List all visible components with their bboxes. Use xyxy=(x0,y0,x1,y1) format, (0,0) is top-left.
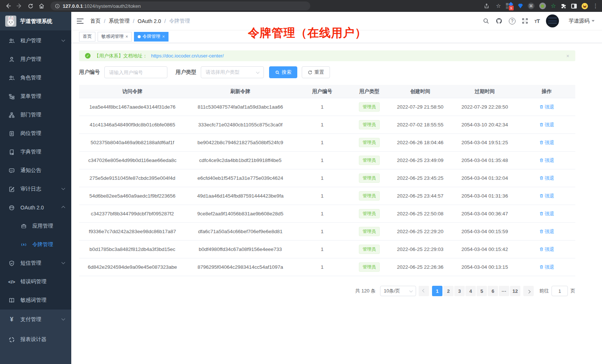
table-body: 1ea5e44f8bc1467aaede43144f31de76 811c530… xyxy=(79,98,575,276)
force-logout-button[interactable]: 强退 xyxy=(539,139,554,146)
expire-time-cell: 2054-03-04 01:31:36 xyxy=(451,193,518,199)
force-logout-button[interactable]: 强退 xyxy=(539,175,554,182)
page-button[interactable]: 4 xyxy=(465,286,476,296)
help-icon[interactable]: ? xyxy=(509,18,516,24)
shield-check-icon xyxy=(9,260,15,267)
sidebar-item-dept[interactable]: 部门管理 xyxy=(0,106,71,124)
force-logout-button[interactable]: 强退 xyxy=(539,211,554,217)
sidebar-item-audit[interactable]: 审计日志 xyxy=(0,180,71,198)
puzzle-extensions-icon[interactable] xyxy=(561,3,566,9)
tab-groups-extension-icon[interactable]: 9 xyxy=(506,2,513,10)
side-panel-icon[interactable] xyxy=(571,4,577,9)
browser-reload-button[interactable] xyxy=(26,1,35,10)
profile-avatar-icon[interactable] xyxy=(582,3,588,9)
sidebar-item-tenant[interactable]: 租户管理 xyxy=(0,32,71,50)
force-logout-button[interactable]: 强退 xyxy=(539,246,554,253)
message-icon xyxy=(9,168,15,174)
search-icon[interactable] xyxy=(483,18,489,24)
extension-badge: 9 xyxy=(509,6,514,10)
tab-token[interactable]: 令牌管理× xyxy=(134,32,169,42)
tab-sensitive[interactable]: 敏感词管理× xyxy=(98,32,132,42)
browser-home-button[interactable] xyxy=(37,1,46,10)
refresh-token-cell: dfa6c71a50a54c66bef706ef9e6e8d81 xyxy=(186,229,295,234)
total-count: 共 120 条 xyxy=(355,288,376,294)
sidebar-item-oauth-app[interactable]: 应用管理 xyxy=(0,217,71,235)
sidebar-item-notice[interactable]: 通知公告 xyxy=(0,161,71,180)
sidebar-item-oauth[interactable]: OAuth 2.0 xyxy=(0,198,71,217)
refresh-token-cell: 333ecfc71e02480cb11055c875c3ca0f xyxy=(186,122,295,128)
create-time-cell: 2022-06-25 22:29:03 xyxy=(389,246,451,252)
refresh-token-cell: cdfc4ce9c2da4bb1bdf21b9918ff4be5 xyxy=(186,158,295,163)
force-logout-button[interactable]: 强退 xyxy=(539,104,554,110)
page-button[interactable]: 1 xyxy=(432,286,442,296)
sidebar-item-post[interactable]: 岗位管理 xyxy=(0,124,71,143)
force-logout-button[interactable]: 强退 xyxy=(539,157,554,164)
breadcrumb-oauth[interactable]: OAuth 2.0 xyxy=(138,18,161,24)
sidebar-item-menu[interactable]: 菜单管理 xyxy=(0,87,71,106)
user-id-cell: 1 xyxy=(295,104,350,110)
table-row: c347026e805e4d99b0d116eae66eda8c cdfc4ce… xyxy=(79,152,575,169)
sidebar-item-sms[interactable]: 短信管理 xyxy=(0,254,71,272)
force-logout-button[interactable]: 强退 xyxy=(539,193,554,199)
column-header: 创建时间 xyxy=(389,88,451,95)
close-icon[interactable]: × xyxy=(162,34,165,39)
sidebar-item-user[interactable]: 用户管理 xyxy=(0,50,71,69)
user-id-input[interactable] xyxy=(109,70,163,75)
next-page-button[interactable] xyxy=(523,286,534,296)
sidebar-item-errcode[interactable]: </> 错误码管理 xyxy=(0,272,71,291)
sidebar-item-role[interactable]: 角色管理 xyxy=(0,69,71,87)
search-button[interactable]: 搜索 xyxy=(269,66,297,78)
sidebar-item-dict[interactable]: 字典管理 xyxy=(0,143,71,161)
force-logout-button[interactable]: 强退 xyxy=(539,264,554,271)
user-type-select[interactable]: 请选择用户类型 xyxy=(201,66,264,78)
page-button[interactable]: 3 xyxy=(454,286,465,296)
page-button[interactable]: ··· xyxy=(499,286,509,296)
open-book-icon xyxy=(9,297,15,304)
command-extension-icon[interactable]: ⌘ xyxy=(528,3,534,9)
tab-home[interactable]: 首页 xyxy=(79,32,95,42)
close-icon[interactable]: × xyxy=(125,34,128,39)
breadcrumb-system[interactable]: 系统管理 xyxy=(109,18,130,24)
page-size-select[interactable]: 10条/页 xyxy=(380,286,416,296)
breadcrumb-home[interactable]: 首页 xyxy=(90,18,101,24)
gem-extension-icon[interactable] xyxy=(518,4,523,9)
browser-back-button[interactable] xyxy=(4,1,13,10)
access-token-cell: 1ea5e44f8bc1467aaede43144f31de76 xyxy=(79,104,186,110)
app-logo[interactable]: 芋道管理系统 xyxy=(0,12,71,30)
star-extension-icon[interactable]: ☆ xyxy=(551,3,556,9)
prev-page-button[interactable] xyxy=(419,286,429,296)
force-logout-button[interactable]: 强退 xyxy=(539,122,554,128)
user-type-cell: 管理员 xyxy=(350,173,389,183)
alert-close-icon[interactable]: × xyxy=(566,53,569,59)
page-button[interactable]: 5 xyxy=(477,286,487,296)
doc-link[interactable]: https://doc.iocoder.cn/user-center/ xyxy=(151,53,224,59)
browser-forward-button[interactable] xyxy=(15,1,24,10)
refresh-token-cell: e6cfd40eb1f54571a31e775e039c4624 xyxy=(186,175,295,181)
user-avatar[interactable] xyxy=(546,14,559,27)
sidebar-item-oauth-token[interactable]: 令牌管理 xyxy=(0,235,71,254)
site-info-icon[interactable] xyxy=(55,4,60,9)
recorder-extension-icon[interactable] xyxy=(539,3,546,9)
access-token-cell: c347026e805e4d99b0d116eae66eda8c xyxy=(79,158,186,163)
fullscreen-icon[interactable] xyxy=(522,18,528,24)
sidebar-item-report[interactable]: 报表设计器 xyxy=(0,330,71,350)
font-size-icon[interactable]: TT xyxy=(534,18,540,24)
share-icon[interactable] xyxy=(482,1,491,10)
jump-page-input[interactable] xyxy=(552,286,568,296)
sidebar-toggle-icon[interactable] xyxy=(77,19,84,24)
page-button[interactable]: 2 xyxy=(443,286,454,296)
user-menu[interactable]: 芋道源码 xyxy=(565,18,595,24)
briefcase-icon xyxy=(20,223,27,229)
address-bar[interactable]: 127.0.0.1:1024/system/oauth2/token xyxy=(50,1,310,10)
github-icon[interactable] xyxy=(495,17,503,24)
page-button[interactable]: 6 xyxy=(488,286,498,296)
reset-button[interactable]: 重置 xyxy=(302,66,330,78)
force-logout-button[interactable]: 强退 xyxy=(539,228,554,235)
sidebar-item-sensitive[interactable]: 敏感词管理 xyxy=(0,291,71,310)
browser-menu-icon[interactable]: ⋮ xyxy=(593,3,598,9)
bookmark-star-icon[interactable]: ☆ xyxy=(496,3,501,9)
page-button[interactable]: 12 xyxy=(510,286,520,296)
sidebar-item-pay[interactable]: ¥ 支付管理 xyxy=(0,310,71,330)
force-logout-label: 强退 xyxy=(545,139,554,146)
access-token-cell: 275e5de9151045fe87cbdc395e004f4d xyxy=(79,175,186,181)
